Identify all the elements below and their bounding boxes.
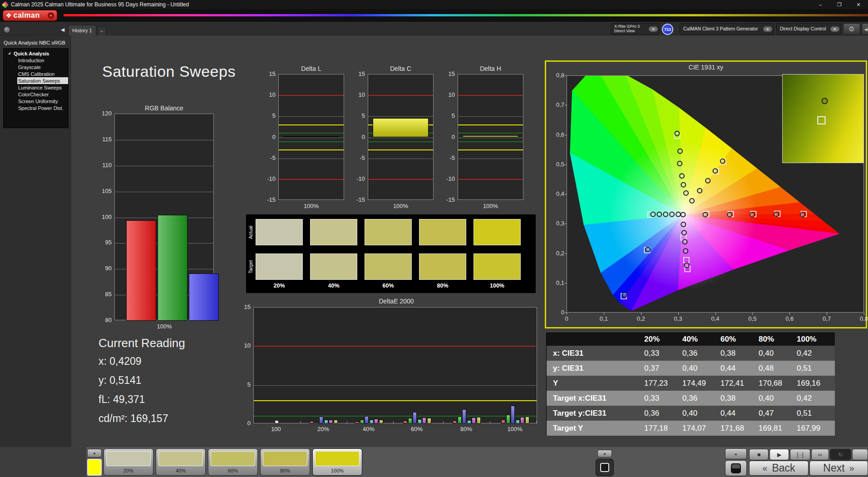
active-color-swatch[interactable] [87, 459, 102, 476]
stop-button[interactable]: ■ [749, 449, 769, 460]
panel-collapse-icon[interactable]: ◀ [862, 23, 868, 35]
deltae-bar [506, 415, 510, 424]
settings-gear-icon[interactable]: ⚙ [843, 23, 860, 35]
bottom-swatch-button-40%[interactable]: 40% [156, 448, 206, 476]
deltae-bar [520, 417, 524, 424]
actual-swatch-80% [419, 219, 466, 245]
title-bar: Calman 2025 Calman Ultimate for Business… [0, 0, 868, 9]
bottom-left-spacer [0, 447, 86, 477]
back-chevrons-icon: « [762, 463, 767, 473]
table-cell: 167,99 [797, 424, 835, 433]
deltae-bar [427, 418, 431, 424]
delta-bar [373, 118, 429, 137]
rgb-y-tick: 90 [89, 265, 112, 272]
deltae-bar [315, 422, 319, 424]
stop-measure-button[interactable] [725, 460, 747, 476]
cie-tick-mark [565, 194, 567, 194]
app-icon [2, 1, 9, 8]
refresh-button[interactable]: ↻ [830, 449, 851, 460]
deltae-bar [462, 409, 466, 424]
tree-expand-icon[interactable]: ◢ [8, 51, 10, 55]
table-cell: 177,23 [644, 379, 682, 388]
cie-measured-point [678, 149, 682, 154]
play-button[interactable]: ▶ [769, 449, 789, 460]
limit-line [368, 149, 433, 150]
cie-measured-point [720, 159, 725, 164]
swatch-popup-caret-button[interactable]: ▲ [87, 449, 102, 457]
limit-line [279, 95, 344, 96]
gridline [115, 166, 213, 166]
deltae-bar [324, 420, 328, 424]
limit-line [458, 133, 523, 134]
swatch-col-label: 80% [419, 283, 466, 289]
bottom-swatch-button-60%[interactable]: 60% [208, 448, 258, 476]
delta-x-label: 100% [368, 203, 434, 210]
cie-measured-point [774, 212, 779, 217]
deltae-y-tick: 10 [236, 342, 251, 349]
back-button[interactable]: « Back [749, 461, 809, 476]
swatch-chip [106, 451, 151, 466]
cie-measured-point [646, 247, 650, 252]
swatch-comparison-panel: ActualTarget20%40%60%80%100% [246, 214, 536, 293]
minimize-button[interactable]: – [811, 0, 830, 9]
sidebar-item-screen-uniformity[interactable]: Screen Uniformity [4, 98, 68, 104]
bottom-swatch-button-20%[interactable]: 20% [104, 448, 153, 476]
next-button[interactable]: Next » [809, 461, 868, 476]
record-button[interactable] [852, 449, 868, 460]
workspace-dot-button[interactable] [4, 26, 10, 33]
sidebar-item-colorchecker[interactable]: ColorChecker [4, 91, 68, 98]
swatch-col-label: 100% [473, 283, 521, 289]
calman-menu-button[interactable]: ❖ calman ▼ [3, 10, 57, 21]
table-row-target-y: Target Y177,18174,07171,68169,81167,99 [547, 421, 835, 436]
tree-root-quick-analysis[interactable]: Quick Analysis◢ [4, 50, 68, 57]
table-cell: 0,44 [720, 364, 759, 373]
table-cell: 0,38 [720, 349, 759, 358]
deltae-x-label: 20% [310, 426, 337, 433]
delta-y-tick: -15 [260, 196, 276, 204]
sidebar-item-saturation-sweeps[interactable]: Saturation Sweeps [17, 77, 68, 84]
pattern-caret-button[interactable]: ▲ [597, 450, 612, 457]
pattern-window-button[interactable] [596, 459, 614, 476]
meter-count-badge[interactable]: 713 [662, 24, 673, 35]
swatch-chip [158, 451, 203, 466]
table-header-80%: 80% [759, 335, 797, 344]
delta-y-tick: -5 [350, 154, 365, 162]
tab-history-1[interactable]: History 1 [68, 25, 96, 35]
sidebar-item-cms-calibration[interactable]: CMS Calibration [4, 70, 68, 77]
delta-chart-title: Delta L [278, 65, 344, 72]
delta-y-tick: 0 [350, 134, 365, 141]
bottom-swatch-button-100%[interactable]: 100% [312, 448, 362, 476]
cie-tick-mark [565, 164, 567, 165]
loop-button[interactable]: ∞ [811, 449, 829, 460]
delta-h-plot [458, 74, 523, 200]
table-header-60%: 60% [720, 335, 759, 344]
display-control-dropdown[interactable]: Direct Display Control ▼ [776, 23, 841, 35]
cie-tick-mark [789, 313, 790, 315]
deltae-x-label: 60% [403, 426, 430, 433]
cie-tick-mark [565, 253, 567, 254]
gridline [279, 138, 344, 138]
bottom-swatch-button-80%[interactable]: 80% [260, 448, 310, 476]
add-tab-button[interactable]: + [97, 26, 106, 35]
sidebar-item-grayscale[interactable]: Grayscale [4, 64, 68, 70]
rgb-y-tick: 120 [89, 110, 112, 117]
table-cell: 0,40 [682, 409, 720, 418]
cie-x-tick: 0,8 [856, 315, 868, 322]
measure-caret-button[interactable]: ▲ [725, 448, 747, 459]
gridline [254, 385, 537, 386]
sidebar-item-spectral-power-dist-[interactable]: Spectral Power Dist. [4, 104, 68, 111]
pattern-generator-dropdown[interactable]: CalMAN Client 3 Pattern Generator ▼ [680, 23, 774, 35]
gridline [368, 138, 433, 138]
close-button[interactable]: ✕ [849, 0, 868, 9]
delta-y-tick: -5 [439, 154, 455, 162]
sidebar-collapse-icon[interactable]: ◀ [59, 25, 66, 34]
rgb-y-tick: 85 [89, 291, 112, 298]
table-row-label: x: CIE31 [547, 349, 644, 358]
range-button[interactable]: [··] [790, 449, 810, 460]
table-row-label: Target x:CIE31 [547, 394, 644, 403]
cie-tick-mark [565, 283, 567, 283]
sidebar-item-introduction[interactable]: Introduction [4, 57, 68, 64]
meter-dropdown[interactable]: X-Rite i1Pro 3 Direct View ▼ [611, 23, 660, 35]
sidebar-item-luminance-sweeps[interactable]: Luminance Sweeps [4, 84, 68, 91]
maximize-button[interactable]: ❐ [830, 0, 849, 9]
